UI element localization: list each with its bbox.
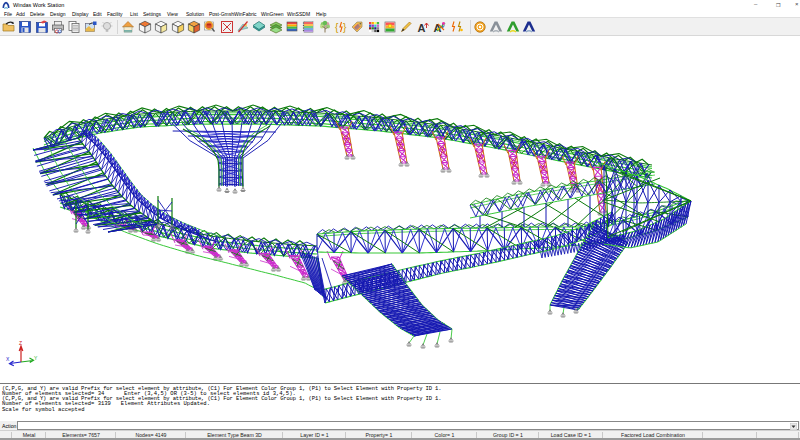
svg-text:Z: Z [19,340,22,346]
svg-text:Y: Y [34,355,38,361]
svg-text:}: } [343,22,347,33]
svg-text:A: A [417,22,425,34]
svg-text:X: X [6,356,10,362]
svg-text:{: { [335,22,339,33]
